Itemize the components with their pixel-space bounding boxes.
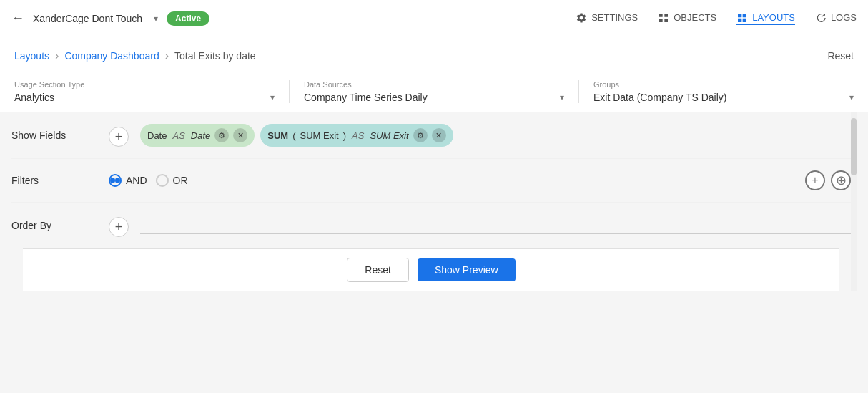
- show-fields-label: Show Fields: [11, 124, 97, 141]
- sum-field-pill: SUM ( SUM Exit ) AS SUM Exit ⚙ ✕: [260, 124, 453, 147]
- project-dropdown-arrow[interactable]: ▾: [154, 14, 158, 24]
- date-pill-as: AS: [172, 130, 184, 141]
- reset-button[interactable]: Reset: [347, 258, 409, 282]
- scrollbar-track[interactable]: [851, 112, 857, 291]
- breadcrumb-bar: Layouts › Company Dashboard › Total Exit…: [0, 37, 868, 74]
- filters-row: Filters AND OR +: [11, 159, 851, 203]
- or-radio-option[interactable]: OR: [156, 174, 188, 187]
- filters-label: Filters: [11, 175, 97, 186]
- nav-items: SETTINGS OBJECTS LAYOUTS LOGS: [576, 12, 857, 25]
- groups-chevron: ▾: [849, 92, 854, 102]
- filter-add-group-button[interactable]: ⊕: [831, 170, 851, 190]
- filters-content: AND OR + ⊕: [109, 170, 851, 190]
- active-badge: Active: [167, 11, 209, 26]
- top-nav: ← XanderCage Dont Touch ▾ Active SETTING…: [0, 0, 868, 37]
- gear-icon: [576, 12, 587, 24]
- groups-value: Exit Data (Company TS Daily): [593, 92, 726, 103]
- breadcrumb-sep-1: ›: [55, 49, 59, 62]
- groups-group: Groups Exit Data (Company TS Daily) ▾: [579, 80, 854, 103]
- section-type-bar: Usage Section Type Analytics ▾ Data Sour…: [0, 74, 868, 112]
- project-name: XanderCage Dont Touch: [33, 13, 142, 24]
- date-field-pill: Date AS Date ⚙ ✕: [140, 124, 255, 147]
- breadcrumb-layouts[interactable]: Layouts: [14, 50, 49, 62]
- and-radio-option[interactable]: AND: [109, 174, 147, 187]
- order-by-add-button[interactable]: +: [109, 217, 129, 237]
- and-radio-label: AND: [126, 175, 147, 186]
- date-pill-remove-icon[interactable]: ✕: [233, 128, 247, 142]
- or-radio-label: OR: [173, 175, 188, 186]
- grid-icon: [658, 12, 669, 24]
- groups-select[interactable]: Exit Data (Company TS Daily) ▾: [593, 92, 854, 103]
- data-sources-label: Data Sources: [304, 80, 564, 89]
- breadcrumb-sep-2: ›: [165, 49, 169, 62]
- breadcrumb-company-dashboard[interactable]: Company Dashboard: [64, 50, 159, 62]
- filters-radio-group: AND OR: [109, 174, 188, 187]
- main-scroll-area: Show Fields + Date AS Date ⚙ ✕ SUM ( SUM…: [11, 112, 851, 291]
- back-button[interactable]: ←: [11, 11, 24, 26]
- breadcrumb-current: Total Exits by date: [174, 50, 256, 62]
- sum-pill-alias: SUM Exit: [370, 130, 408, 141]
- bottom-bar: Reset Show Preview: [23, 248, 839, 291]
- date-pill-settings-icon[interactable]: ⚙: [214, 128, 229, 142]
- layouts-nav-item[interactable]: LAYOUTS: [736, 12, 795, 25]
- usage-section-type-group: Usage Section Type Analytics ▾: [14, 80, 290, 103]
- sum-pill-as: AS: [352, 130, 364, 141]
- data-sources-group: Data Sources Company Time Series Daily ▾: [290, 80, 579, 103]
- show-preview-button[interactable]: Show Preview: [418, 258, 516, 281]
- sum-pill-close: ): [343, 130, 346, 141]
- usage-section-type-label: Usage Section Type: [14, 80, 275, 89]
- order-by-content: [140, 214, 851, 234]
- data-sources-select[interactable]: Company Time Series Daily ▾: [304, 92, 564, 103]
- objects-label: OBJECTS: [674, 12, 716, 23]
- usage-section-type-chevron: ▾: [270, 92, 275, 102]
- clock-icon: [815, 12, 827, 24]
- breadcrumb-reset[interactable]: Reset: [827, 50, 854, 62]
- filter-add-buttons: + ⊕: [805, 170, 851, 190]
- sum-pill-remove-icon[interactable]: ✕: [432, 128, 446, 142]
- usage-section-type-select[interactable]: Analytics ▾: [14, 92, 275, 103]
- layouts-label: LAYOUTS: [752, 12, 795, 23]
- layout-icon: [736, 12, 748, 24]
- show-fields-content: Date AS Date ⚙ ✕ SUM ( SUM Exit ) AS SUM…: [140, 124, 851, 147]
- sum-pill-settings-icon[interactable]: ⚙: [413, 128, 428, 142]
- and-radio-circle: [109, 174, 122, 187]
- settings-label: SETTINGS: [591, 12, 638, 23]
- scrollbar-thumb[interactable]: [851, 118, 857, 175]
- groups-label: Groups: [593, 80, 854, 89]
- sum-pill-label: SUM Exit: [300, 130, 339, 141]
- usage-section-type-value: Analytics: [14, 92, 54, 103]
- data-sources-value: Company Time Series Daily: [304, 92, 428, 103]
- settings-nav-item[interactable]: SETTINGS: [576, 12, 638, 25]
- show-fields-row: Show Fields + Date AS Date ⚙ ✕ SUM ( SUM…: [11, 112, 851, 159]
- filter-add-button[interactable]: +: [805, 170, 825, 190]
- objects-nav-item[interactable]: OBJECTS: [658, 12, 716, 25]
- date-pill-label: Date: [147, 130, 167, 141]
- data-sources-chevron: ▾: [560, 92, 564, 102]
- order-by-label: Order By: [11, 214, 97, 231]
- sum-pill-open: (: [292, 130, 295, 141]
- logs-nav-item[interactable]: LOGS: [815, 12, 857, 25]
- order-by-row: Order By +: [11, 203, 851, 248]
- date-pill-alias: Date: [191, 130, 210, 141]
- show-fields-add-button[interactable]: +: [109, 127, 129, 147]
- sum-pill-func: SUM: [267, 130, 288, 141]
- logs-label: LOGS: [831, 12, 857, 23]
- or-radio-circle: [156, 174, 169, 187]
